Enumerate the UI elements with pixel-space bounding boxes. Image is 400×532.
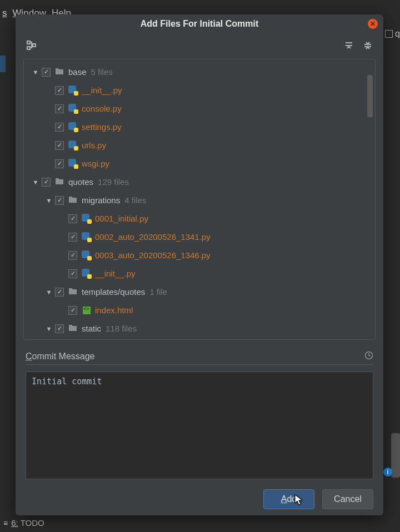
close-button[interactable]: ✕ [368,19,378,29]
tree-row[interactable]: ✓settings.py [24,118,375,136]
python-file-icon [68,140,78,150]
tree-item-label: migrations [82,195,120,205]
folder-icon [55,177,65,187]
checkbox[interactable]: ✓ [68,269,77,278]
add-button[interactable]: Add [263,489,314,509]
background-status-bar[interactable]: ≡ 6: TODO [3,518,44,528]
tree-item-meta: 129 files [98,177,129,187]
status-prefix: 6: [11,518,18,528]
checkbox[interactable]: ✓ [55,324,64,333]
checkbox[interactable]: ✓ [68,233,77,242]
folder-icon [55,67,65,77]
tree-item-label: wsgi.py [82,159,109,168]
checkbox[interactable]: ✓ [68,214,77,223]
expand-all-button[interactable] [344,41,353,52]
folder-icon [68,287,78,297]
tree-item-label: quotes [68,177,93,187]
status-label: TODO [21,518,44,528]
checkbox[interactable]: ✓ [55,104,64,113]
tree-item-meta: 5 files [91,67,113,77]
python-file-icon [82,269,92,279]
dialog-button-row: Add Cancel [16,479,383,509]
python-file-icon [82,214,92,224]
cancel-button[interactable]: Cancel [322,489,373,509]
tree-item-label: 0002_auto_20200526_1341.py [95,232,211,242]
commit-message-label: Commit Message [26,352,94,362]
group-by-directory-button[interactable] [27,41,37,52]
checkbox[interactable]: ✓ [55,288,64,297]
file-tree-pane: ▼✓base5 files✓__init__.py✓console.py✓set… [23,59,376,340]
commit-message-label-row: Commit Message [26,351,373,365]
background-selection-bar [0,56,6,72]
tree-item-meta: 4 files [124,195,146,205]
tree-item-label: settings.py [82,122,122,132]
tree-scrollbar-thumb[interactable] [367,75,373,117]
tree-item-label: urls.py [82,140,106,150]
tree-row[interactable]: ✓urls.py [24,136,375,154]
tree-row[interactable]: ▼✓templates/quotes1 file [24,283,375,301]
checkbox[interactable]: ✓ [68,251,77,260]
list-icon: ≡ [3,519,8,528]
chevron-down-icon[interactable]: ▼ [32,179,39,185]
dialog-toolbar [16,33,383,59]
dialog-title: Add Files For Initial Commit [141,19,258,29]
tree-row[interactable]: ▼✓migrations4 files [24,191,375,209]
tree-item-label: 0001_initial.py [95,214,148,223]
checkbox[interactable]: ✓ [42,178,51,187]
chevron-down-icon[interactable]: ▼ [45,197,53,204]
dialog-title-bar: Add Files For Initial Commit ✕ [16,14,383,33]
chevron-down-icon[interactable]: ▼ [32,69,39,76]
tree-item-label: templates/quotes [82,287,145,297]
checkbox[interactable]: ✓ [68,306,77,315]
tree-row[interactable]: ▼✓quotes129 files [24,173,375,191]
structure-icon [27,41,37,51]
add-files-dialog: Add Files For Initial Commit ✕ [16,14,383,515]
tree-item-label: __init__.py [82,86,122,95]
checkbox[interactable]: ✓ [55,141,64,150]
checkbox[interactable]: ✓ [42,68,51,77]
tree-row[interactable]: ▼✓base5 files [24,63,375,81]
collapse-icon [363,41,372,50]
tree-item-meta: 1 file [149,287,167,297]
tree-item-label: __init__.py [95,269,136,278]
tree-item-label: index.html [95,305,133,315]
html-file-icon [82,305,92,315]
tree-item-meta: 118 files [106,324,137,333]
tree-row[interactable]: ✓0002_auto_20200526_1341.py [24,228,375,246]
svg-rect-0 [27,41,30,44]
tree-row[interactable]: ✓0001_initial.py [24,209,375,228]
tree-row[interactable]: ✓console.py [24,99,375,118]
checkbox[interactable]: ✓ [55,123,64,132]
folder-icon [68,195,78,205]
background-scrollbar-thumb[interactable] [391,433,400,478]
tree-row[interactable]: ✓__init__.py [24,81,375,99]
tree-row[interactable]: ✓0003_auto_20200526_1346.py [24,246,375,264]
commit-message-input[interactable] [26,372,373,479]
collapse-all-button[interactable] [363,41,372,52]
chevron-down-icon[interactable]: ▼ [45,325,53,332]
checkbox[interactable]: ✓ [55,159,64,168]
svg-rect-2 [33,44,36,47]
folder-icon [68,324,78,333]
background-right-tab: q [385,29,400,39]
close-icon: ✕ [370,20,376,28]
info-icon: i [383,468,392,476]
tree-item-label: console.py [82,104,122,113]
checkbox[interactable]: ✓ [55,86,64,95]
tree-row[interactable]: ✓wsgi.py [24,154,375,173]
add-button-mnemonic: A [281,494,287,504]
history-icon[interactable] [364,351,373,362]
file-tree[interactable]: ▼✓base5 files✓__init__.py✓console.py✓set… [24,59,375,340]
checkbox[interactable]: ✓ [55,196,64,205]
tree-row[interactable]: ✓__init__.py [24,264,375,283]
tree-row[interactable]: ✓index.html [24,301,375,319]
tree-item-label: static [82,324,101,333]
python-file-icon [68,159,78,169]
square-icon [385,30,393,38]
tree-row[interactable]: ▼✓static118 files [24,319,375,338]
python-file-icon [68,122,78,132]
chevron-down-icon[interactable]: ▼ [45,289,53,295]
svg-rect-1 [27,47,30,49]
tree-item-label: base [68,67,87,77]
expand-icon [344,41,353,50]
